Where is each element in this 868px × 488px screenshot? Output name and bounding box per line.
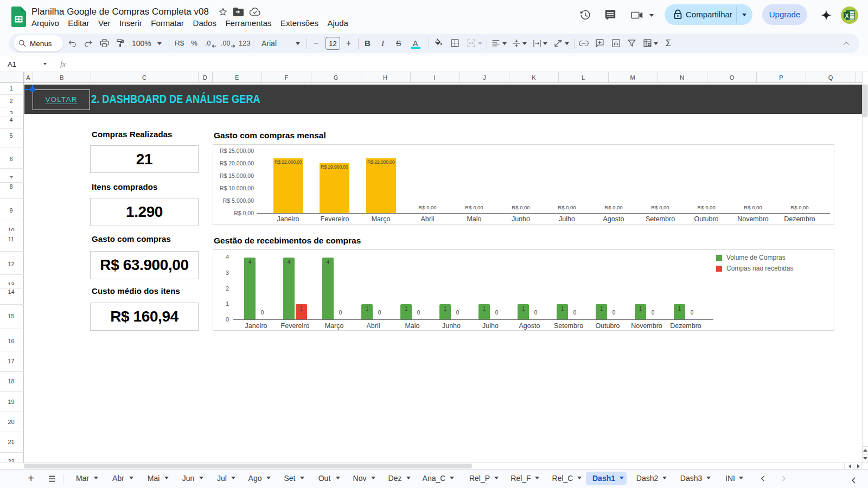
- svg-text:X: X: [845, 12, 848, 19]
